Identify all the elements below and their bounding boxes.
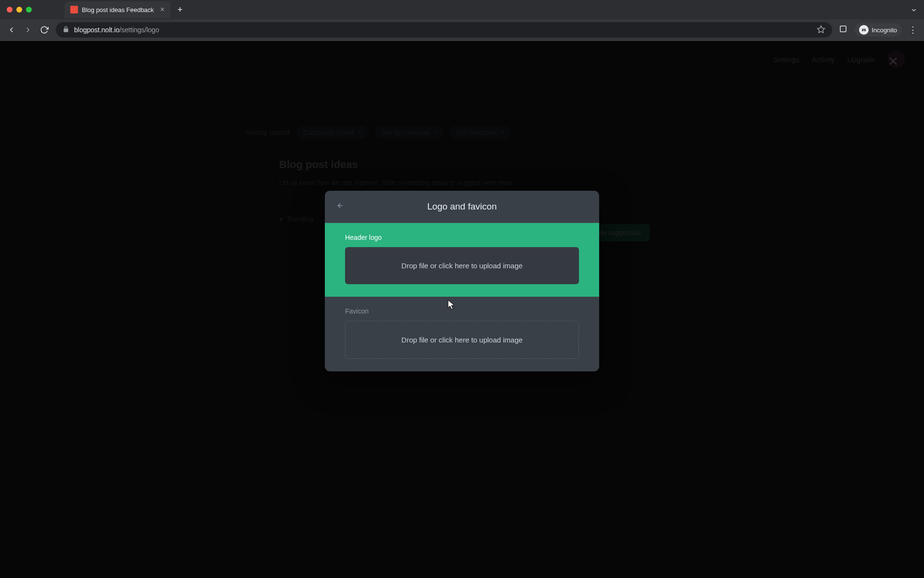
- toolbar-right: Incognito ⋮: [839, 23, 917, 37]
- svg-point-3: [864, 29, 866, 31]
- url-path: /settings/logo: [119, 26, 159, 34]
- modal-overlay[interactable]: Logo and favicon Header logo Drop file o…: [0, 41, 924, 578]
- favicon-section: Favicon Drop file or click here to uploa…: [325, 297, 599, 371]
- url-host: blogpost.nolt.io: [74, 26, 119, 34]
- back-button[interactable]: [7, 25, 16, 35]
- svg-point-2: [862, 29, 864, 31]
- favicon-label: Favicon: [345, 307, 579, 315]
- incognito-label: Incognito: [872, 26, 897, 34]
- browser-chrome: Blog post ideas Feedback × + blogpost.no…: [0, 0, 924, 41]
- modal-title: Logo and favicon: [336, 201, 588, 212]
- address-bar[interactable]: blogpost.nolt.io/settings/logo: [56, 22, 832, 38]
- svg-marker-0: [818, 26, 825, 32]
- tab-title: Blog post ideas Feedback: [82, 6, 156, 13]
- tab-favicon-icon: [70, 6, 78, 13]
- svg-rect-1: [840, 26, 846, 32]
- window-minimize-button[interactable]: [16, 7, 22, 13]
- browser-menu-icon[interactable]: ⋮: [909, 25, 917, 35]
- tab-bar: Blog post ideas Feedback × +: [64, 1, 187, 18]
- favicon-dropzone[interactable]: Drop file or click here to upload image: [345, 321, 579, 359]
- url-text: blogpost.nolt.io/settings/logo: [74, 26, 812, 34]
- window-controls: Blog post ideas Feedback × +: [0, 0, 924, 19]
- window-close-button[interactable]: [7, 7, 13, 13]
- bookmark-icon[interactable]: [817, 25, 825, 35]
- tabs-menu-icon[interactable]: [911, 7, 917, 15]
- window-maximize-button[interactable]: [26, 7, 32, 13]
- tab-close-icon[interactable]: ×: [160, 5, 165, 14]
- new-tab-button[interactable]: +: [173, 3, 187, 16]
- browser-toolbar: blogpost.nolt.io/settings/logo Incognito…: [0, 19, 924, 40]
- lock-icon: [63, 26, 69, 34]
- header-logo-dropzone[interactable]: Drop file or click here to upload image: [345, 247, 579, 284]
- header-logo-label: Header logo: [345, 234, 579, 241]
- extensions-icon[interactable]: [839, 25, 847, 35]
- incognito-icon: [859, 25, 869, 35]
- app-viewport: Settings Activity Upgrade Getting starte…: [0, 41, 924, 578]
- browser-tab[interactable]: Blog post ideas Feedback ×: [64, 1, 170, 18]
- modal-back-button[interactable]: [336, 202, 344, 211]
- incognito-badge[interactable]: Incognito: [854, 23, 902, 37]
- logo-favicon-modal: Logo and favicon Header logo Drop file o…: [325, 191, 599, 371]
- reload-button[interactable]: [39, 25, 49, 35]
- header-logo-section: Header logo Drop file or click here to u…: [325, 223, 599, 297]
- forward-button[interactable]: [23, 25, 33, 35]
- modal-header: Logo and favicon: [325, 191, 599, 223]
